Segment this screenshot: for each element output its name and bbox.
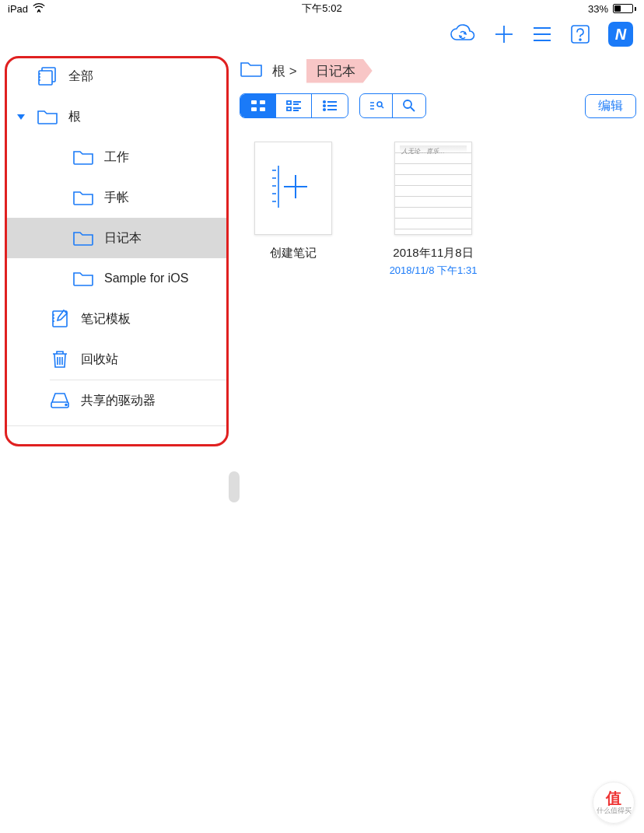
view-grid-button[interactable]: [240, 94, 276, 117]
folder-icon: [36, 107, 59, 127]
sidebar-item-folder[interactable]: Sample for iOS: [5, 258, 229, 299]
svg-rect-24: [251, 107, 257, 111]
clock: 下午5:02: [302, 2, 341, 16]
sidebar-item-label: 日记本: [104, 230, 142, 247]
add-icon[interactable]: [493, 23, 515, 45]
sidebar-drag-handle[interactable]: [229, 471, 240, 502]
search-button[interactable]: [393, 94, 425, 117]
app-logo-icon[interactable]: N: [608, 22, 633, 47]
view-list-button[interactable]: [312, 94, 348, 117]
tool-group: [359, 93, 426, 118]
sidebar-item-folder[interactable]: 日记本: [5, 218, 229, 258]
help-icon[interactable]: [569, 23, 591, 45]
sidebar-item-label: 手帐: [104, 190, 129, 206]
note-thumb: 人无论…喜乐…: [394, 142, 472, 235]
template-icon: [48, 309, 72, 329]
folder-icon: [240, 60, 263, 82]
view-mode-group: [240, 93, 348, 118]
svg-point-36: [324, 109, 325, 110]
note-title: 2018年11月8日: [383, 246, 484, 261]
status-bar: iPad 下午5:02 33%: [0, 0, 644, 17]
chevron-down-icon[interactable]: [17, 114, 25, 120]
sidebar-item-label: 笔记模板: [81, 311, 131, 327]
handwriting-preview: 人无论…喜乐…: [401, 147, 445, 156]
sidebar-item-label: 全部: [68, 68, 93, 85]
menu-icon[interactable]: [532, 26, 552, 43]
svg-rect-22: [251, 100, 257, 104]
svg-line-40: [411, 107, 415, 111]
app-toolbar: N: [0, 17, 644, 51]
create-note-thumb: [254, 142, 332, 235]
view-detail-button[interactable]: [276, 94, 312, 117]
folder-icon: [72, 147, 95, 167]
sidebar-item-all[interactable]: 全部: [5, 56, 229, 96]
sidebar-item-root[interactable]: 根: [5, 96, 229, 137]
breadcrumb: 根 > 日记本: [240, 51, 636, 90]
note-card[interactable]: 人无论…喜乐… 2018年11月8日 2018/11/8 下午1:31: [383, 142, 484, 278]
svg-rect-26: [287, 101, 291, 104]
edit-button[interactable]: 编辑: [585, 94, 636, 118]
breadcrumb-current[interactable]: 日记本: [306, 59, 373, 83]
sidebar-item-label: 回收站: [81, 352, 118, 368]
svg-rect-23: [260, 100, 265, 104]
content-area: 根 > 日记本: [233, 51, 644, 833]
svg-point-7: [579, 39, 581, 40]
note-grid: 创建笔记 人无论…喜乐… 2018年11月8日 2018/11/8 下午1:31: [240, 118, 636, 301]
svg-rect-29: [287, 107, 291, 110]
sidebar-item-label: 共享的驱动器: [81, 393, 156, 409]
folder-icon: [72, 228, 95, 248]
create-note-card[interactable]: 创建笔记: [243, 142, 344, 278]
trash-icon: [48, 349, 72, 369]
sidebar-item-trash[interactable]: 回收站: [5, 339, 229, 380]
sidebar-item-folder[interactable]: 手帐: [5, 177, 229, 218]
sort-button[interactable]: [360, 94, 393, 117]
sidebar: 全部 根 工作 手帐 日记本: [0, 51, 233, 833]
sidebar-item-label: 根: [68, 109, 81, 125]
drive-icon: [48, 390, 72, 411]
device-label: iPad: [8, 3, 28, 15]
wifi-icon: [33, 3, 45, 15]
sidebar-item-shared[interactable]: 共享的驱动器: [5, 380, 229, 421]
battery-pct: 33%: [588, 3, 608, 15]
svg-point-32: [324, 101, 325, 103]
svg-point-39: [404, 100, 411, 108]
folder-icon: [72, 187, 95, 208]
watermark: 值 什么值得买: [593, 782, 635, 824]
cloud-sync-icon[interactable]: [450, 24, 476, 44]
note-date: 2018/11/8 下午1:31: [383, 264, 484, 278]
sidebar-item-templates[interactable]: 笔记模板: [5, 299, 229, 339]
svg-point-21: [65, 404, 67, 406]
sidebar-item-label: 工作: [104, 149, 129, 166]
battery-icon: [613, 4, 636, 13]
content-toolbar: 编辑: [240, 93, 636, 118]
svg-rect-9: [39, 71, 52, 85]
watermark-text: 什么值得买: [597, 806, 632, 816]
svg-point-0: [38, 9, 40, 11]
watermark-char: 值: [606, 790, 621, 806]
breadcrumb-root[interactable]: 根 >: [272, 62, 297, 80]
folder-icon: [72, 268, 95, 289]
svg-rect-25: [260, 107, 265, 111]
sidebar-item-folder[interactable]: 工作: [5, 137, 229, 177]
svg-point-34: [324, 105, 325, 107]
notebook-stack-icon: [36, 66, 59, 86]
note-title: 创建笔记: [243, 246, 344, 261]
sidebar-item-label: Sample for iOS: [104, 271, 188, 285]
